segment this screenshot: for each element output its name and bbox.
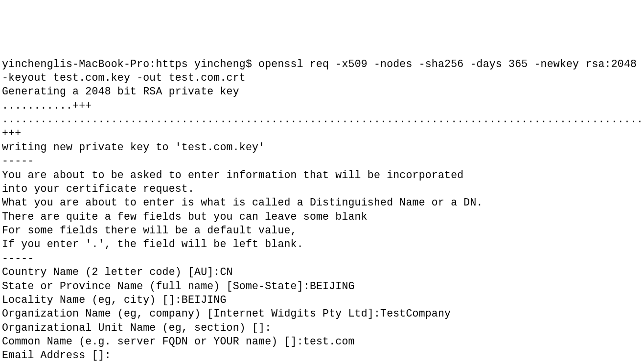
cn-prompt: Common Name (e.g. server FQDN or YOUR na…: [2, 336, 303, 347]
org-input[interactable]: TestCompany: [380, 308, 451, 319]
country-input[interactable]: CN: [220, 266, 232, 278]
output-line: -----: [2, 251, 644, 265]
locality-prompt: Locality Name (eg, city) []:: [2, 294, 182, 306]
terminal-output[interactable]: yinchenglis-MacBook-Pro:https yincheng$ …: [2, 57, 644, 363]
prompt-line: Locality Name (eg, city) []:BEIJING: [2, 293, 644, 307]
output-line: For some fields there will be a default …: [2, 224, 644, 237]
prompt-line: Organization Name (eg, company) [Interne…: [2, 307, 644, 320]
shell-prompt: yinchenglis-MacBook-Pro:https yincheng$: [2, 58, 258, 70]
state-prompt: State or Province Name (full name) [Some…: [2, 280, 310, 292]
prompt-line: Organizational Unit Name (eg, section) […: [2, 321, 644, 335]
country-prompt: Country Name (2 letter code) [AU]:: [2, 266, 220, 278]
output-line: Generating a 2048 bit RSA private key: [2, 85, 644, 98]
output-line: -----: [2, 154, 644, 168]
prompt-line: State or Province Name (full name) [Some…: [2, 279, 644, 293]
prompt-line: Country Name (2 letter code) [AU]:CN: [2, 265, 644, 279]
email-prompt: Email Address []:: [2, 349, 111, 361]
command-line: yinchenglis-MacBook-Pro:https yincheng$ …: [2, 57, 644, 85]
state-input[interactable]: BEIJING: [310, 280, 355, 292]
output-line: There are quite a few fields but you can…: [2, 210, 644, 224]
output-line: If you enter '.', the field will be left…: [2, 237, 644, 251]
output-line: What you are about to enter is what is c…: [2, 196, 644, 209]
output-line: writing new private key to 'test.com.key…: [2, 140, 644, 154]
output-line: into your certificate request.: [2, 182, 644, 196]
org-prompt: Organization Name (eg, company) [Interne…: [2, 308, 380, 319]
prompt-line: Email Address []:: [2, 348, 644, 362]
locality-input[interactable]: BEIJING: [182, 294, 227, 306]
ou-prompt: Organizational Unit Name (eg, section) […: [2, 322, 271, 334]
output-line: ........................................…: [2, 113, 644, 140]
output-line: You are about to be asked to enter infor…: [2, 168, 644, 182]
prompt-line: Common Name (e.g. server FQDN or YOUR na…: [2, 335, 644, 348]
cn-input[interactable]: test.com: [303, 336, 355, 347]
output-line: ...........+++: [2, 99, 644, 113]
